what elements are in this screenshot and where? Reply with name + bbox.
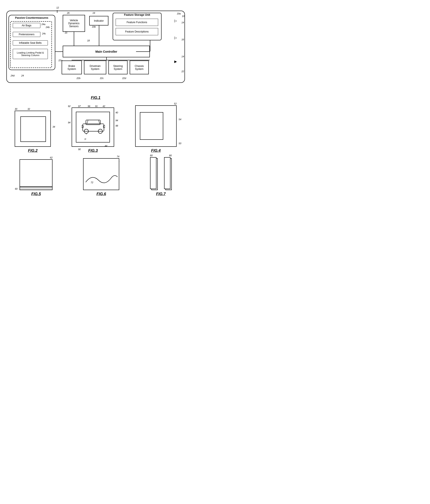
fig5-base (19, 187, 53, 190)
ref-92: 92 (68, 105, 70, 108)
passive-title: Passive Countermeasures (9, 16, 54, 19)
fig1-diagram: 12 10 19a Passive Countermeasures Air Ba… (4, 4, 187, 93)
ref-94b: 94 (115, 119, 118, 122)
ref-16: 16 (182, 38, 184, 41)
page: 12 10 19a Passive Countermeasures Air Ba… (0, 0, 191, 205)
ref-24d: 24d (11, 74, 14, 77)
fig7-diagram: 80 80 (150, 157, 172, 190)
fsu-title: Feature Storage Unit (114, 13, 160, 16)
fig1-caption: FIG.1 (91, 96, 100, 100)
ref-18: 18 (87, 39, 90, 42)
ref-26: 26 (67, 12, 69, 14)
ref-32: 32 (28, 108, 30, 110)
fig1-caption-block: FIG.1 (4, 96, 187, 100)
fig6-block: 74 70 72 FIG.6 (83, 158, 119, 196)
ref-80a: 80 (150, 154, 153, 157)
ref-42: 42 (103, 105, 105, 108)
line-fsu-mc-v (150, 40, 150, 51)
ref-54: 54 (179, 118, 181, 121)
fsu-outer-box (113, 13, 161, 40)
ref-24b: 24b (46, 26, 49, 28)
fig4-inner-rect (140, 112, 163, 140)
fig2-block: 30 32 34 FIG.2 (15, 111, 51, 153)
ref-90: 90 (78, 148, 81, 151)
fig2-outer-rect (15, 111, 51, 147)
indicator-box: Indicator (89, 16, 108, 26)
fig6-diagram: 74 70 72 (83, 158, 119, 190)
ref-44: 44 (104, 145, 107, 147)
ref-22: 22 (182, 70, 184, 73)
inflatable-seat-belts-box: Inflatable Seat Belts (13, 40, 48, 45)
fig4-caption: FIG.4 (151, 148, 161, 153)
feature-functions-box: Feature Functions (116, 19, 158, 26)
connector-bot: ▶ (174, 59, 177, 63)
ref-12: 12 (56, 6, 59, 9)
ref-22d: 22d (122, 77, 126, 80)
ref-22b: 22b (76, 77, 80, 80)
fig2-caption: FIG.2 (28, 148, 38, 153)
ref-62: 62 (50, 156, 53, 159)
car-svg (82, 117, 105, 135)
line-passive-mc (55, 51, 63, 52)
fig3-diagram: H 97 96 91 42 40 94 98 92 94 44 90 (72, 108, 114, 147)
ref-72: 72 (91, 181, 93, 184)
fig6-wave-svg (86, 170, 118, 187)
brake-system-box: Brake System (62, 61, 82, 74)
fig7-caption: FIG.7 (156, 192, 166, 196)
ref-34: 34 (53, 126, 55, 128)
steering-system-box: Steering System (108, 61, 128, 74)
fig2-diagram: 30 32 34 (15, 111, 51, 147)
fig7-rects-container (150, 157, 172, 190)
air-bags-box: Air Bags (13, 23, 40, 28)
line-ind-main (99, 26, 99, 46)
ref-19a: 19a (177, 12, 181, 15)
fig4-diagram: 52 54 50 (135, 105, 177, 147)
line-mc-sys-h (72, 60, 150, 60)
ref-80b: 80 (169, 154, 172, 157)
ref-19b: 19b (92, 26, 96, 28)
ref-10: 10 (182, 15, 185, 18)
ref-21: 21 (65, 31, 67, 34)
ref-96: 96 (88, 105, 90, 108)
ref-24c: 24c (42, 32, 46, 35)
fig7-left-front (150, 157, 156, 189)
connector-mid: ▷ (174, 36, 177, 40)
svg-line-6 (87, 120, 88, 124)
fig3-outer-rect: H (72, 108, 114, 147)
fig3-block: H 97 96 91 42 40 94 98 92 94 44 90 FIG.3 (72, 108, 114, 153)
drivetrain-system-box: Drivetrain System (84, 61, 106, 74)
fig7-right-front (164, 157, 170, 189)
fig4-block: 52 54 50 FIG.4 (135, 105, 177, 153)
ref-24: 24 (21, 74, 24, 77)
fig6-caption: FIG.6 (96, 192, 106, 196)
ref-30: 30 (15, 108, 17, 110)
svg-rect-0 (83, 124, 104, 131)
ref-50: 50 (179, 142, 181, 145)
line-vds-main (74, 32, 74, 46)
figs-row-567: 62 60 FIG.5 74 70 (4, 157, 187, 196)
fig2-inner-rect (20, 116, 46, 142)
fig5-block: 62 60 FIG.5 (19, 159, 53, 196)
ref-12-line (57, 10, 57, 13)
fig7-left-wrapper (150, 157, 158, 190)
ref-98: 98 (115, 125, 118, 127)
vds-box: Vehicle Dynamics Sensors (63, 15, 85, 32)
fig6-outer-rect (83, 158, 119, 190)
ref-14b: 14 (182, 55, 184, 58)
ref-14a: 14 (182, 21, 184, 24)
loading-limiting-box: Loading Limiting Pedal & Steering Column (13, 49, 48, 59)
feature-descriptions-box: Feature Descriptions (116, 28, 158, 35)
ref-74: 74 (117, 155, 119, 158)
pretensioners-box: Pretensioners (13, 32, 40, 37)
ref-H: H (84, 138, 86, 140)
fig5-wrapper (19, 159, 53, 190)
fig4-outer-rect (135, 105, 177, 147)
ref-60: 60 (15, 188, 18, 190)
ref-40: 40 (115, 111, 118, 114)
chassis-system-box: Chassis System (130, 61, 149, 74)
fig7-block: 80 80 FIG.7 (150, 157, 172, 196)
ref-52: 52 (174, 102, 177, 105)
ref-91: 91 (95, 105, 98, 108)
ref-94a: 94 (68, 121, 70, 124)
ref-19: 19 (93, 12, 95, 14)
